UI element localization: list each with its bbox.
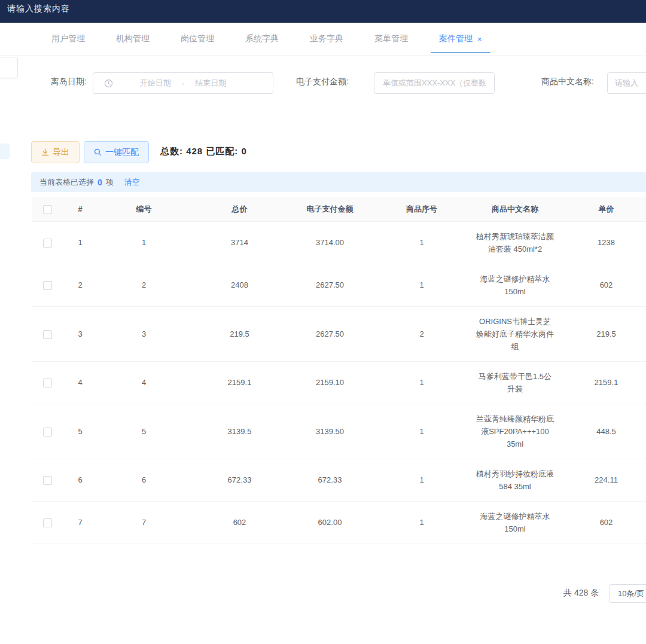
date-end-placeholder[interactable]: 结束日期 xyxy=(195,78,226,88)
clock-icon xyxy=(104,79,113,88)
cell-total: 2159.1 xyxy=(190,361,289,404)
top-navbar: 请输入搜索内容 xyxy=(0,0,646,23)
clear-selection-link[interactable]: 清空 xyxy=(124,177,140,188)
cell-product-name: 海蓝之谜修护精萃水 150ml xyxy=(473,501,557,544)
tab-close-icon[interactable]: × xyxy=(477,35,482,43)
cell-total: 1223.47 xyxy=(190,544,289,544)
cell-epay: 1223.47 xyxy=(289,544,371,544)
cell-index: 8 xyxy=(63,544,97,544)
cell-epay: 2627.50 xyxy=(289,264,371,306)
table-row[interactable]: 1 1 3714 3714.00 1 植村秀新琥珀臻萃洁颜油套装 450ml*2… xyxy=(32,221,646,264)
cell-product-name: 植村秀新琥珀臻萃洁颜油套装 450ml*2 xyxy=(473,221,557,264)
row-checkbox[interactable] xyxy=(43,428,52,437)
row-checkbox[interactable] xyxy=(43,379,52,387)
cell-code: 3 xyxy=(97,306,190,361)
cell-total: 3139.5 xyxy=(190,404,289,459)
row-checkbox[interactable] xyxy=(43,476,52,485)
cell-index: 2 xyxy=(63,264,97,306)
amount-placeholder: 单值或范围XXX-XXX（仅整数 xyxy=(383,78,486,88)
selection-info-bar: 当前表格已选择 0 项 清空 xyxy=(31,172,646,192)
col-header-code: 编号 xyxy=(97,197,190,221)
amount-filter-label: 电子支付金额: xyxy=(296,77,349,87)
table-row[interactable]: 8 8 1223.47 1223.47 1 卡诗菁纯亮泽经典香氛 407.82 xyxy=(32,544,646,544)
cell-product-name: 卡诗菁纯亮泽经典香氛 xyxy=(473,544,557,544)
row-checkbox[interactable] xyxy=(43,281,52,290)
tab-用户管理[interactable]: 用户管理 xyxy=(36,23,100,56)
case-management-page: 请输入搜索内容 用户管理 机构管理 岗位管理 系统字典 业务字典 菜单管理 案件… xyxy=(0,0,646,644)
cell-product-name: 马爹利蓝带干邑1.5公升装 xyxy=(473,361,557,404)
cell-unit-price: 2159.1 xyxy=(557,361,646,404)
cell-epay: 3714.00 xyxy=(289,221,371,264)
filter-row: 离岛日期: 开始日期 - 结束日期 电子支付金额: 单值或范围XXX-XXX（仅… xyxy=(0,67,646,103)
one-click-match-button[interactable]: 一键匹配 xyxy=(84,141,149,163)
cell-unit-price: 219.5 xyxy=(557,306,646,361)
product-placeholder: 请输入 xyxy=(615,78,638,88)
cell-code: 8 xyxy=(97,544,190,544)
table-row[interactable]: 6 6 672.33 672.33 1 植村秀羽纱持妆粉底液 584 35ml … xyxy=(32,459,646,501)
date-start-placeholder[interactable]: 开始日期 xyxy=(140,78,171,88)
cell-unit-price: 448.5 xyxy=(557,404,646,459)
cell-total: 602 xyxy=(190,501,289,544)
tab-系统字典[interactable]: 系统字典 xyxy=(230,23,294,56)
date-range-input[interactable]: 开始日期 - 结束日期 xyxy=(93,72,273,94)
cell-index: 1 xyxy=(63,221,97,264)
col-header-epay: 电子支付金额 xyxy=(289,197,371,221)
search-icon xyxy=(94,148,102,156)
col-header-name: 商品中文名称 xyxy=(473,197,557,221)
cell-code: 1 xyxy=(97,221,190,264)
export-button[interactable]: 导出 xyxy=(31,141,80,163)
tab-岗位管理[interactable]: 岗位管理 xyxy=(165,23,230,56)
product-name-input[interactable]: 请输入 xyxy=(607,72,646,94)
table-header-row: # 编号 总价 电子支付金额 商品序号 商品中文名称 单价 xyxy=(32,197,646,221)
cell-product-name: 兰蔻菁纯臻颜精华粉底液SPF20PA+++100 35ml xyxy=(473,404,557,459)
cell-index: 7 xyxy=(63,501,97,544)
cell-unit-price: 1238 xyxy=(557,221,646,264)
cell-code: 4 xyxy=(97,361,190,404)
cell-seq: 1 xyxy=(371,501,473,544)
amount-input[interactable]: 单值或范围XXX-XXX（仅整数 xyxy=(374,72,495,94)
toolbar: 导出 一键匹配 总数: 428 已匹配: 0 xyxy=(0,141,646,165)
tab-菜单管理[interactable]: 菜单管理 xyxy=(359,23,423,56)
select-all-checkbox[interactable] xyxy=(43,205,52,214)
cell-product-name: 海蓝之谜修护精萃水 150ml xyxy=(473,264,557,306)
download-icon xyxy=(41,148,49,156)
cell-product-name: 植村秀羽纱持妆粉底液 584 35ml xyxy=(473,459,557,501)
selection-prefix: 当前表格已选择 xyxy=(39,177,94,188)
row-checkbox[interactable] xyxy=(43,330,52,339)
table-row[interactable]: 7 7 602 602.00 1 海蓝之谜修护精萃水 150ml 602 xyxy=(32,501,646,544)
cell-epay: 2627.50 xyxy=(289,306,371,361)
cell-index: 6 xyxy=(63,459,97,501)
tab-案件管理[interactable]: 案件管理 × xyxy=(423,23,498,56)
cell-seq: 1 xyxy=(371,264,473,306)
table-row[interactable]: 3 3 219.5 2627.50 2 ORIGINS韦博士灵芝焕能好底子精华水… xyxy=(32,306,646,361)
cell-epay: 3139.50 xyxy=(289,404,371,459)
cell-epay: 672.33 xyxy=(289,459,371,501)
page-size-select[interactable]: 10条/页 xyxy=(609,584,646,603)
table-row[interactable]: 4 4 2159.1 2159.10 1 马爹利蓝带干邑1.5公升装 2159.… xyxy=(32,361,646,404)
cell-index: 4 xyxy=(63,361,97,404)
global-search-input[interactable]: 请输入搜索内容 xyxy=(7,4,70,14)
row-checkbox[interactable] xyxy=(43,518,52,527)
row-checkbox[interactable] xyxy=(43,239,52,248)
cell-epay: 602.00 xyxy=(289,501,371,544)
cell-code: 7 xyxy=(97,501,190,544)
col-header-index: # xyxy=(63,197,97,221)
cell-index: 5 xyxy=(63,404,97,459)
tab-业务字典[interactable]: 业务字典 xyxy=(294,23,359,56)
cell-seq: 1 xyxy=(371,459,473,501)
cell-seq: 1 xyxy=(371,221,473,264)
cell-product-name: ORIGINS韦博士灵芝焕能好底子精华水两件组 xyxy=(473,306,557,361)
tab-机构管理[interactable]: 机构管理 xyxy=(100,23,165,56)
table-row[interactable]: 5 5 3139.5 3139.50 1 兰蔻菁纯臻颜精华粉底液SPF20PA+… xyxy=(32,404,646,459)
cell-epay: 2159.10 xyxy=(289,361,371,404)
table-row[interactable]: 2 2 2408 2627.50 1 海蓝之谜修护精萃水 150ml 602 xyxy=(32,264,646,306)
cell-unit-price: 407.82 xyxy=(557,544,646,544)
cell-code: 5 xyxy=(97,404,190,459)
col-header-total: 总价 xyxy=(190,197,289,221)
header-select-all xyxy=(32,197,63,221)
col-header-unit-price: 单价 xyxy=(557,197,646,221)
cell-code: 2 xyxy=(97,264,190,306)
cell-seq: 2 xyxy=(371,306,473,361)
cell-index: 3 xyxy=(63,306,97,361)
cell-total: 219.5 xyxy=(190,306,289,361)
